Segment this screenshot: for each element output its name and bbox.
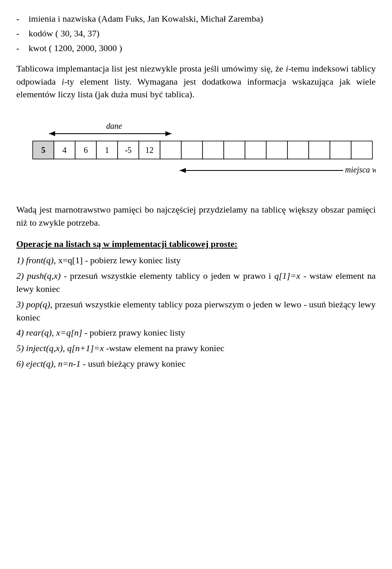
svg-rect-23 <box>330 141 351 159</box>
paragraph-1: Tablicowa implemantacja list jest niezwy… <box>16 62 376 101</box>
svg-text:5: 5 <box>41 146 45 155</box>
svg-rect-16 <box>181 141 203 159</box>
svg-marker-26 <box>180 168 186 173</box>
op-4: 4) rear(q), x=q[n] - pobierz prawy konie… <box>16 326 376 339</box>
svg-text:6: 6 <box>84 146 88 155</box>
operations-section: Operacje na listach są w implementacji t… <box>16 237 376 370</box>
diagram: dane 5 4 6 1 -5 12 <box>16 113 376 195</box>
paragraph-2-text: Wadą jest marnotrawstwo pamięci bo najcz… <box>16 204 376 228</box>
svg-rect-22 <box>309 141 330 159</box>
svg-rect-20 <box>266 141 287 159</box>
dane-label: dane <box>106 121 122 130</box>
op-2: 2) push(q,x) - przesuń wszystkie element… <box>16 269 376 296</box>
svg-rect-17 <box>203 141 224 159</box>
intro-list: imienia i nazwiska (Adam Fuks, Jan Kowal… <box>16 12 376 55</box>
svg-rect-19 <box>245 141 266 159</box>
paragraph-1-text: Tablicowa implemantacja list jest niezwy… <box>16 63 376 100</box>
op-6: 6) eject(q), n=n-1 - usuń bieżący prawy … <box>16 357 376 370</box>
svg-text:-5: -5 <box>125 146 132 155</box>
op-1: 1) front(q), x=q[1] - pobierz lewy konie… <box>16 254 376 267</box>
miejsca-wolne-label: miejsca wolne <box>345 165 376 175</box>
svg-rect-21 <box>287 141 309 159</box>
op-3: 3) pop(q), przesuń wszystkie elementy ta… <box>16 298 376 324</box>
svg-marker-2 <box>165 131 172 136</box>
svg-text:4: 4 <box>62 146 67 155</box>
svg-marker-1 <box>49 131 55 136</box>
intro-item-2: kodów ( 30, 34, 37) <box>16 27 376 40</box>
operations-title: Operacje na listach są w implementacji t… <box>16 237 376 251</box>
intro-item-3-text: kwot ( 1200, 2000, 3000 ) <box>29 43 122 53</box>
paragraph-2: Wadą jest marnotrawstwo pamięci bo najcz… <box>16 203 376 229</box>
svg-rect-15 <box>160 141 181 159</box>
intro-item-1: imienia i nazwiska (Adam Fuks, Jan Kowal… <box>16 12 376 25</box>
array-diagram: dane 5 4 6 1 -5 12 <box>24 113 376 195</box>
svg-text:12: 12 <box>145 146 154 155</box>
svg-rect-24 <box>351 141 372 159</box>
intro-item-1-text: imienia i nazwiska (Adam Fuks, Jan Kowal… <box>29 13 263 24</box>
intro-item-2-text: kodów ( 30, 34, 37) <box>29 28 100 38</box>
op-5: 5) inject(q,x), q[n+1]=x -wstaw element … <box>16 342 376 355</box>
svg-rect-18 <box>224 141 245 159</box>
intro-item-3: kwot ( 1200, 2000, 3000 ) <box>16 42 376 55</box>
svg-text:1: 1 <box>105 146 109 155</box>
